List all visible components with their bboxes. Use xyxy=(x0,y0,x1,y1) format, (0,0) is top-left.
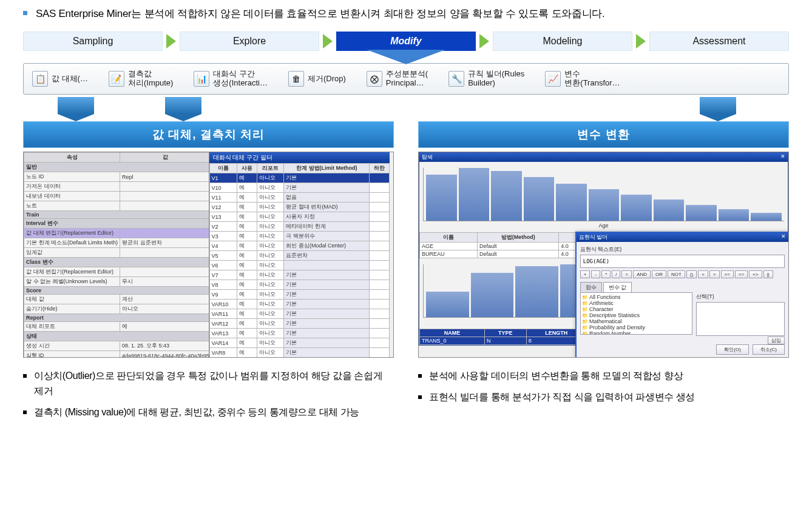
arrow-down-icon xyxy=(700,97,736,114)
operator-button[interactable]: () xyxy=(686,270,697,278)
left-section-title: 값 대체, 결측치 처리 xyxy=(23,121,394,148)
cancel-button[interactable]: 취소(C) xyxy=(753,344,785,355)
chevron-right-icon xyxy=(323,34,333,49)
function-category[interactable]: Descriptive Statistics xyxy=(582,312,691,318)
function-category[interactable]: Probability and Density xyxy=(582,324,691,330)
arrow-row xyxy=(18,97,794,115)
toolbar-item[interactable]: 📋값 대체(… xyxy=(29,67,92,90)
operator-button[interactable]: - xyxy=(591,270,600,278)
properties-table[interactable]: 속성값일반노드 IDRepl가져온 데이터내보낸 데이터노트TrainInter… xyxy=(24,152,212,358)
operator-button[interactable]: + xyxy=(580,270,590,278)
expr-titlebar: 표현식 빌더 ✕ xyxy=(577,233,788,242)
limit-table[interactable]: 이름사용리포트한계 방법(Limit Method)하한V1예아니오기본V10예… xyxy=(209,163,390,358)
operator-button[interactable]: > xyxy=(709,270,720,278)
operator-button[interactable]: >= xyxy=(721,270,734,278)
operator-button[interactable]: = xyxy=(621,270,632,278)
tool-icon: 🗑 xyxy=(288,71,304,87)
axis-label: Age xyxy=(423,223,784,229)
limit-editor-title: 대화식 대체 구간 필터 xyxy=(209,152,390,163)
close-icon[interactable]: ✕ xyxy=(780,153,785,161)
toolbar-item[interactable]: 📈변수 변환(Transfor… xyxy=(541,67,623,90)
note-item: 이상치(Outlier)으로 판단되었을 경우 특정 값이나 범위를 지정하여 … xyxy=(23,369,394,399)
tab-functions[interactable]: 함수 xyxy=(580,282,602,293)
left-column: 값 대체, 결측치 처리 속성값일반노드 IDRepl가져온 데이터내보낸 데이… xyxy=(23,121,394,426)
pipeline-step-explore[interactable]: Explore xyxy=(180,32,319,51)
expr-title: 표현식 빌더 xyxy=(579,233,608,241)
selection-box[interactable] xyxy=(696,302,785,336)
tool-label: 변수 변환(Transfor… xyxy=(564,70,620,88)
toolbar-item[interactable]: 🗑제거(Drop) xyxy=(285,67,350,90)
ok-button[interactable]: 확인(O) xyxy=(716,344,749,355)
right-section-title: 변수 변환 xyxy=(418,121,789,148)
function-category[interactable]: Mathematical xyxy=(582,318,691,324)
operator-button[interactable]: < xyxy=(698,270,708,278)
bar xyxy=(426,175,457,221)
note-text: 결측치 (Missing value)에 대해 평균, 최빈값, 중위수 등의 … xyxy=(34,405,359,420)
bar xyxy=(589,189,620,221)
intro-block: SAS Enterprise Miner는 분석에 적합하지 않은 데이터를 효… xyxy=(23,6,794,22)
right-column: 변수 변환 탐색✕ Age 이름방법(Method)그룹 수(Number of… xyxy=(418,121,789,426)
bar xyxy=(719,209,749,221)
modify-toolbar: 📋값 대체(…📝결측값 처리(Impute)📊대화식 구간 생성(Interac… xyxy=(23,63,789,95)
tool-icon: ⨂ xyxy=(367,71,382,87)
operator-button[interactable]: * xyxy=(601,270,611,278)
function-category[interactable]: All Functions xyxy=(582,294,691,300)
bar xyxy=(686,205,717,221)
intro-text: SAS Enterprise Miner는 분석에 적합하지 않은 데이터를 효… xyxy=(36,6,604,22)
operator-button[interactable]: NOT xyxy=(668,270,685,278)
pipeline-step-modeling[interactable]: Modeling xyxy=(493,32,632,51)
operator-row: +-*/=ANDORNOT()<>>=<=<>|| xyxy=(580,270,785,278)
transform-screenshot: 탐색✕ Age 이름방법(Method)그룹 수(Number of Bins)… xyxy=(418,152,789,358)
pipeline-step-modify[interactable]: Modify xyxy=(336,32,476,51)
bar xyxy=(491,171,522,221)
bar xyxy=(751,213,782,221)
arrow-down-icon xyxy=(58,97,94,114)
note-item: 결측치 (Missing value)에 대해 평균, 최빈값, 중위수 등의 … xyxy=(23,405,394,420)
close-icon[interactable]: ✕ xyxy=(781,233,786,241)
tab-variable-values[interactable]: 변수 값 xyxy=(603,282,632,293)
bar xyxy=(515,266,558,317)
toolbar-item[interactable]: ⨂주성분분석( Principal… xyxy=(363,67,431,90)
tool-icon: 📋 xyxy=(32,71,48,87)
pipeline-step-sampling[interactable]: Sampling xyxy=(23,32,163,51)
insert-button[interactable]: 삽입 xyxy=(768,337,785,344)
bar xyxy=(621,195,652,221)
note-item: 표현식 빌더를 통해 분석가가 직접 식을 입력하여 파생변수 생성 xyxy=(418,390,789,405)
function-category[interactable]: Arithmetic xyxy=(582,300,691,306)
function-category[interactable]: Random Number xyxy=(582,330,691,335)
arrow-down-icon xyxy=(367,50,445,64)
toolbar-item[interactable]: 🔧규칙 빌더(Rules Builder) xyxy=(445,67,528,90)
tool-icon: 🔧 xyxy=(448,71,464,87)
bar-chart-age xyxy=(423,168,784,221)
operator-button[interactable]: || xyxy=(763,270,773,278)
bar xyxy=(471,273,514,317)
operator-button[interactable]: OR xyxy=(652,270,666,278)
bar xyxy=(426,292,469,317)
tool-label: 규칙 빌더(Rules Builder) xyxy=(468,70,524,88)
replacement-screenshot: 속성값일반노드 IDRepl가져온 데이터내보낸 데이터노트TrainInter… xyxy=(23,152,394,358)
operator-button[interactable]: / xyxy=(612,270,620,278)
operator-button[interactable]: AND xyxy=(633,270,651,278)
note-text: 분석에 사용할 데이터의 변수변환을 통해 모델의 적합성 향상 xyxy=(429,369,683,384)
tool-label: 대화식 구간 생성(Interacti… xyxy=(213,70,268,88)
pipeline-step-assessment[interactable]: Assessment xyxy=(649,32,789,51)
toolbar-item[interactable]: 📝결측값 처리(Impute) xyxy=(105,67,177,90)
bar xyxy=(459,168,490,221)
select-label: 선택(T) xyxy=(696,293,785,301)
expression-builder-window: 표현식 빌더 ✕ 표현식 텍스트(E) +-*/=ANDORNOT()<>>=<… xyxy=(575,232,789,358)
bar xyxy=(556,184,587,221)
note-text: 표현식 빌더를 통해 분석가가 직접 식을 입력하여 파생변수 생성 xyxy=(429,390,695,405)
bar xyxy=(654,199,685,221)
tool-icon: 📈 xyxy=(545,71,561,87)
chevron-right-icon xyxy=(636,34,646,49)
function-list[interactable]: All FunctionsArithmeticCharacterDescript… xyxy=(580,292,692,335)
operator-button[interactable]: <= xyxy=(735,270,748,278)
bar xyxy=(524,177,555,221)
expression-input[interactable] xyxy=(580,255,785,268)
operator-button[interactable]: <> xyxy=(749,270,762,278)
chart-top: Age xyxy=(419,162,788,232)
function-category[interactable]: Character xyxy=(582,306,691,312)
toolbar-item[interactable]: 📊대화식 구간 생성(Interacti… xyxy=(190,67,271,90)
note-item: 분석에 사용할 데이터의 변수변환을 통해 모델의 적합성 향상 xyxy=(418,369,789,384)
tool-label: 결측값 처리(Impute) xyxy=(128,70,173,88)
